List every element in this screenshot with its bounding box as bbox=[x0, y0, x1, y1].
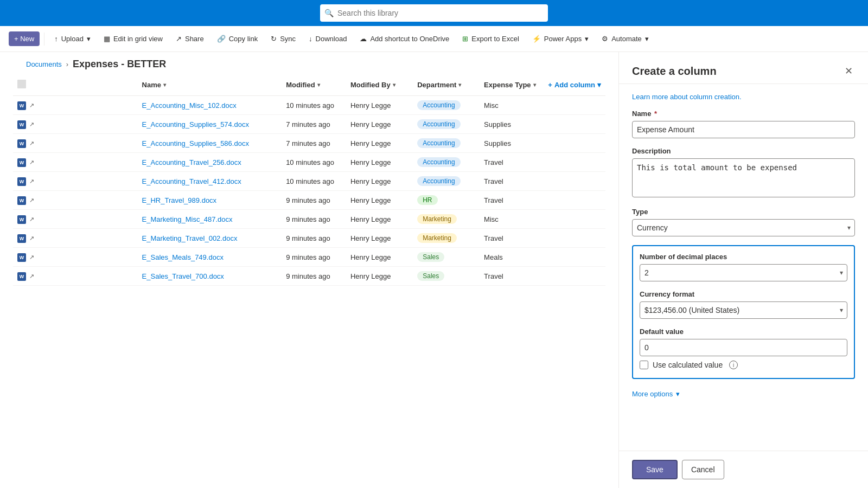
dept-sort-arrow: ▾ bbox=[458, 82, 461, 88]
download-button[interactable]: ↓ Download bbox=[303, 31, 352, 46]
file-prefix-icon: ↗ bbox=[29, 178, 34, 185]
new-button[interactable]: + New bbox=[9, 31, 40, 46]
use-calculated-checkbox[interactable] bbox=[640, 361, 648, 369]
extra-cell bbox=[544, 134, 605, 153]
department-badge: Accounting bbox=[417, 100, 460, 110]
table-row: W ↗ E_Accounting_Misc_102.docx 10 minute… bbox=[13, 96, 605, 115]
more-options-button[interactable]: More options ▾ bbox=[632, 388, 680, 400]
expense-type-cell: Travel bbox=[480, 191, 544, 210]
currency-format-select[interactable]: $123,456.00 (United States) €123.456,00 … bbox=[640, 301, 847, 319]
file-type-icon bbox=[17, 80, 26, 88]
download-label: Download bbox=[316, 35, 347, 43]
file-name-link[interactable]: E_Accounting_Supplies_586.docx bbox=[142, 139, 249, 147]
use-calculated-info-icon[interactable]: i bbox=[729, 361, 738, 369]
table-row: W ↗ E_Marketing_Misc_487.docx 9 minutes … bbox=[13, 210, 605, 229]
sync-button[interactable]: ↻ Sync bbox=[265, 31, 301, 46]
th-modified-by[interactable]: Modified By ▾ bbox=[346, 74, 413, 96]
default-value-input[interactable] bbox=[640, 339, 847, 356]
department-badge: Accounting bbox=[417, 176, 460, 186]
share-button[interactable]: ↗ Share bbox=[170, 31, 209, 46]
panel-footer: Save Cancel bbox=[619, 451, 868, 488]
expense-type-cell: Travel bbox=[480, 172, 544, 191]
search-wrapper: 🔍 bbox=[320, 4, 548, 22]
breadcrumb-parent-link[interactable]: Documents bbox=[26, 60, 62, 68]
search-input[interactable] bbox=[320, 4, 548, 22]
documents-table: Name ▾ Modified ▾ Modified By ▾ bbox=[13, 74, 605, 286]
decimal-select[interactable]: 0 1 2 3 4 bbox=[640, 264, 847, 281]
automate-button[interactable]: ⚙ Automate ▾ bbox=[596, 31, 654, 46]
description-textarea[interactable]: This is total amount to be expensed bbox=[632, 158, 855, 197]
file-name-link[interactable]: E_Marketing_Misc_487.docx bbox=[142, 215, 233, 223]
download-icon: ↓ bbox=[309, 35, 312, 43]
currency-format-select-wrapper: $123,456.00 (United States) €123.456,00 … bbox=[640, 301, 847, 319]
file-prefix-icon: ↗ bbox=[29, 273, 34, 280]
file-icon-cell: W ↗ bbox=[13, 172, 138, 191]
save-button[interactable]: Save bbox=[632, 460, 678, 479]
modified-by-cell: Henry Legge bbox=[346, 248, 413, 267]
th-add-column[interactable]: + Add column ▾ bbox=[544, 74, 605, 96]
word-icon: W bbox=[17, 101, 26, 110]
department-cell: Accounting bbox=[413, 153, 480, 172]
name-sort-arrow: ▾ bbox=[163, 82, 166, 88]
add-col-plus-icon: + bbox=[548, 81, 552, 89]
learn-more-link[interactable]: Learn more about column creation. bbox=[632, 93, 855, 101]
department-cell: Accounting bbox=[413, 96, 480, 115]
th-name[interactable] bbox=[13, 74, 138, 96]
more-options-chevron-icon: ▾ bbox=[676, 390, 680, 398]
modified-cell: 10 minutes ago bbox=[282, 153, 346, 172]
file-name-cell: E_Accounting_Travel_412.docx bbox=[138, 172, 282, 191]
file-name-link[interactable]: E_Accounting_Supplies_574.docx bbox=[142, 120, 249, 129]
extra-cell bbox=[544, 115, 605, 134]
th-modified[interactable]: Modified ▾ bbox=[282, 74, 346, 96]
file-name-link[interactable]: E_Sales_Meals_749.docx bbox=[142, 253, 224, 261]
word-icon: W bbox=[17, 120, 26, 129]
edit-grid-label: Edit in grid view bbox=[113, 35, 163, 43]
toolbar-divider-1 bbox=[44, 33, 44, 46]
expense-type-cell: Meals bbox=[480, 248, 544, 267]
th-name-text[interactable]: Name ▾ bbox=[138, 74, 282, 96]
extra-cell bbox=[544, 267, 605, 286]
breadcrumb-separator: › bbox=[66, 60, 68, 68]
export-excel-button[interactable]: ⊞ Export to Excel bbox=[457, 31, 524, 46]
file-name-link[interactable]: E_Accounting_Travel_256.docx bbox=[142, 158, 241, 166]
extra-cell bbox=[544, 191, 605, 210]
modified-sort-arrow: ▾ bbox=[317, 82, 320, 88]
department-badge: Sales bbox=[417, 252, 444, 262]
department-badge: Accounting bbox=[417, 119, 460, 129]
cancel-button[interactable]: Cancel bbox=[682, 460, 724, 479]
upload-button[interactable]: ↑ Upload ▾ bbox=[49, 31, 96, 46]
table-row: W ↗ E_HR_Travel_989.docx 9 minutes ago H… bbox=[13, 191, 605, 210]
table-body: W ↗ E_Accounting_Misc_102.docx 10 minute… bbox=[13, 96, 605, 286]
edit-grid-button[interactable]: ▦ Edit in grid view bbox=[98, 31, 168, 46]
modified-cell: 9 minutes ago bbox=[282, 267, 346, 286]
file-name-link[interactable]: E_Sales_Travel_700.docx bbox=[142, 272, 224, 280]
description-field-group: Description This is total amount to be e… bbox=[632, 147, 855, 199]
modified-cell: 9 minutes ago bbox=[282, 248, 346, 267]
th-expense-type[interactable]: Expense Type ▾ bbox=[480, 74, 544, 96]
modifiedby-col-label: Modified By bbox=[350, 81, 391, 89]
panel-header: Create a column ✕ bbox=[619, 52, 868, 84]
file-name-link[interactable]: E_Marketing_Travel_002.docx bbox=[142, 234, 238, 242]
name-input[interactable] bbox=[632, 121, 855, 138]
decimal-field-group: Number of decimal places 0 1 2 3 4 ▾ bbox=[640, 253, 847, 281]
add-column-btn[interactable]: + Add column ▾ bbox=[548, 81, 601, 89]
panel-close-button[interactable]: ✕ bbox=[843, 63, 855, 79]
th-department[interactable]: Department ▾ bbox=[413, 74, 480, 96]
table-row: W ↗ E_Sales_Travel_700.docx 9 minutes ag… bbox=[13, 267, 605, 286]
modified-by-cell: Henry Legge bbox=[346, 210, 413, 229]
default-value-group: Default value bbox=[640, 328, 847, 356]
file-name-link[interactable]: E_Accounting_Travel_412.docx bbox=[142, 177, 241, 185]
type-select[interactable]: Currency Single line of text Multiple li… bbox=[632, 219, 855, 236]
file-icon-cell: W ↗ bbox=[13, 248, 138, 267]
power-apps-button[interactable]: ⚡ Power Apps ▾ bbox=[527, 31, 594, 46]
copy-link-button[interactable]: 🔗 Copy link bbox=[212, 31, 263, 46]
copy-link-icon: 🔗 bbox=[217, 35, 226, 43]
modified-sort: Modified ▾ bbox=[286, 81, 320, 89]
exptype-col-label: Expense Type bbox=[484, 81, 531, 89]
file-name-link[interactable]: E_Accounting_Misc_102.docx bbox=[142, 101, 237, 110]
add-shortcut-button[interactable]: ☁ Add shortcut to OneDrive bbox=[354, 31, 455, 46]
file-name-link[interactable]: E_HR_Travel_989.docx bbox=[142, 196, 217, 204]
file-icon-cell: W ↗ bbox=[13, 96, 138, 115]
currency-format-group: Currency format $123,456.00 (United Stat… bbox=[640, 290, 847, 319]
file-icon-cell: W ↗ bbox=[13, 191, 138, 210]
